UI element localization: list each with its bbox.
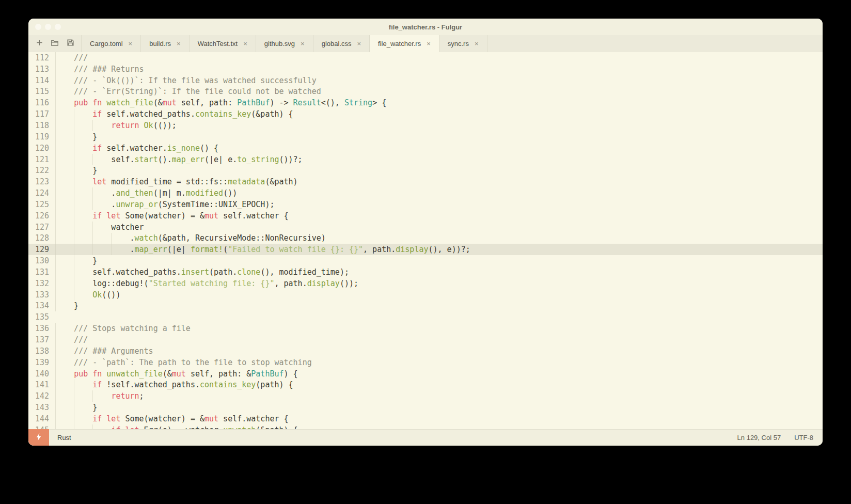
indent-guide	[55, 176, 56, 187]
tab-github.svg[interactable]: github.svg×	[256, 35, 313, 52]
indent-guide	[74, 120, 74, 131]
line-number: 119	[28, 132, 49, 141]
close-tab-icon[interactable]: ×	[427, 40, 431, 47]
save-button[interactable]	[62, 35, 78, 52]
code-line[interactable]: 145 if let Err(e) = watcher.unwatch(&pat…	[28, 424, 823, 429]
indent-guide	[92, 244, 93, 255]
tab-sync.rs[interactable]: sync.rs×	[439, 35, 487, 52]
indent-guide	[92, 199, 93, 210]
code-line[interactable]: 113 /// ### Returns	[28, 64, 823, 75]
indent-guide	[55, 301, 56, 312]
code-line[interactable]: 138 /// ### Arguments	[28, 345, 823, 357]
indent-guide	[55, 52, 56, 64]
code-line[interactable]: 144 if let Some(watcher) = &mut self.wat…	[28, 413, 823, 424]
minimize-window-button[interactable]	[45, 24, 51, 30]
code-line[interactable]: 126 if let Some(watcher) = &mut self.wat…	[28, 210, 823, 222]
line-number: 120	[28, 144, 49, 153]
code-text: self.watched_paths.insert(path.clone(), …	[55, 267, 349, 277]
code-line[interactable]: 123 let modified_time = std::fs::metadat…	[28, 176, 823, 187]
close-tab-icon[interactable]: ×	[243, 40, 247, 47]
tab-Cargo.toml[interactable]: Cargo.toml×	[81, 35, 140, 52]
indent-guide	[74, 244, 74, 255]
close-window-button[interactable]	[35, 24, 41, 30]
tab-label: github.svg	[264, 40, 295, 48]
code-line[interactable]: 141 if !self.watched_paths.contains_key(…	[28, 379, 823, 390]
indent-guide	[55, 222, 56, 233]
code-text: if !self.watched_paths.contains_key(path…	[55, 380, 293, 389]
new-tab-button[interactable]	[31, 35, 47, 52]
code-line[interactable]: 128 .watch(&path, RecursiveMode::NonRecu…	[28, 233, 823, 244]
code-line[interactable]: 129 .map_err(|e| format!("Failed to watc…	[28, 244, 823, 255]
lightning-bolt-icon	[35, 433, 42, 443]
code-area[interactable]: 112 ///113 /// ### Returns114 /// - `Ok(…	[28, 52, 823, 429]
tab-global.css[interactable]: global.css×	[313, 35, 369, 52]
save-icon	[67, 39, 74, 49]
code-line[interactable]: 112 ///	[28, 52, 823, 64]
code-line[interactable]: 139 /// - `path`: The path to the file t…	[28, 357, 823, 368]
code-text: return;	[55, 391, 144, 401]
code-line[interactable]: 125 .unwrap_or(SystemTime::UNIX_EPOCH);	[28, 199, 823, 210]
close-tab-icon[interactable]: ×	[357, 40, 361, 47]
code-line[interactable]: 127 watcher	[28, 222, 823, 233]
activity-button[interactable]	[28, 429, 49, 446]
code-line[interactable]: 116 pub fn watch_file(&mut self, path: P…	[28, 97, 823, 108]
code-line[interactable]: 132 log::debug!("Started watching file: …	[28, 278, 823, 289]
code-line[interactable]: 143 }	[28, 402, 823, 413]
indent-guide	[74, 413, 74, 424]
language-indicator[interactable]: Rust	[57, 434, 71, 442]
close-tab-icon[interactable]: ×	[129, 40, 133, 47]
line-number: 145	[28, 426, 49, 429]
code-line[interactable]: 133 Ok(())	[28, 289, 823, 301]
code-text: if let Some(watcher) = &mut self.watcher…	[55, 211, 289, 220]
code-line[interactable]: 131 self.watched_paths.insert(path.clone…	[28, 266, 823, 278]
close-tab-icon[interactable]: ×	[475, 40, 479, 47]
indent-guide	[55, 233, 56, 244]
close-tab-icon[interactable]: ×	[177, 40, 181, 47]
code-line[interactable]: 115 /// - `Err(String)`: If the file cou…	[28, 86, 823, 98]
open-file-button[interactable]	[47, 35, 62, 52]
tab-file_watcher.rs[interactable]: file_watcher.rs×	[369, 35, 439, 52]
tab-build.rs[interactable]: build.rs×	[140, 35, 189, 52]
code-text: }	[55, 301, 78, 310]
code-line[interactable]: 119 }	[28, 131, 823, 143]
tab-WatchTest.txt[interactable]: WatchTest.txt×	[189, 35, 256, 52]
code-line[interactable]: 142 return;	[28, 390, 823, 402]
code-text: if let Some(watcher) = &mut self.watcher…	[55, 414, 289, 423]
indent-guide	[55, 402, 56, 413]
indent-guide	[74, 154, 74, 165]
code-line[interactable]: 140 pub fn unwatch_file(&mut self, path:…	[28, 368, 823, 380]
cursor-position[interactable]: Ln 129, Col 57	[737, 434, 781, 442]
indent-guide	[92, 390, 93, 402]
line-number: 129	[28, 245, 49, 254]
tab-bar: Cargo.toml×build.rs×WatchTest.txt×github…	[28, 35, 823, 52]
close-tab-icon[interactable]: ×	[301, 40, 305, 47]
tab-label: global.css	[322, 40, 352, 48]
code-line[interactable]: 137 ///	[28, 334, 823, 345]
line-number: 142	[28, 391, 49, 401]
code-line[interactable]: 136 /// Stops watching a file	[28, 323, 823, 334]
code-line[interactable]: 124 .and_then(|m| m.modified())	[28, 187, 823, 199]
code-line[interactable]: 122 }	[28, 165, 823, 176]
code-line[interactable]: 120 if self.watcher.is_none() {	[28, 143, 823, 154]
encoding-indicator[interactable]: UTF-8	[794, 434, 813, 442]
line-number: 137	[28, 335, 49, 344]
code-text: /// - `Err(String)`: If the file could n…	[55, 87, 321, 96]
indent-guide	[55, 97, 56, 108]
code-line[interactable]: 118 return Ok(());	[28, 120, 823, 131]
indent-guide	[74, 131, 74, 143]
code-line[interactable]: 134 }	[28, 301, 823, 312]
code-line[interactable]: 135	[28, 311, 823, 323]
maximize-window-button[interactable]	[55, 24, 61, 30]
code-line[interactable]: 121 self.start().map_err(|e| e.to_string…	[28, 154, 823, 165]
code-line[interactable]: 130 }	[28, 255, 823, 266]
line-number: 118	[28, 121, 49, 130]
code-line[interactable]: 117 if self.watched_paths.contains_key(&…	[28, 108, 823, 120]
indent-guide	[74, 266, 74, 278]
code-text: ///	[55, 53, 88, 62]
code-text: /// Stops watching a file	[55, 324, 191, 333]
indent-guide	[55, 120, 56, 131]
line-number: 113	[28, 65, 49, 74]
code-line[interactable]: 114 /// - `Ok(())`: If the file was watc…	[28, 75, 823, 86]
indent-guide	[74, 233, 74, 244]
tab-label: Cargo.toml	[90, 40, 123, 48]
